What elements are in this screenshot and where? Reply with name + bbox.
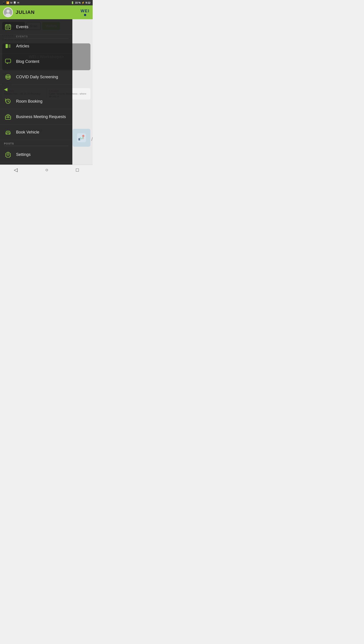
- navigation-drawer: Events EVENTS Articles: [0, 19, 72, 165]
- events-submenu-label: EVENTS: [0, 35, 72, 38]
- svg-rect-11: [6, 27, 7, 28]
- menu-label-settings: Settings: [16, 152, 30, 157]
- svg-rect-13: [6, 28, 7, 29]
- bottom-nav: ◁ ○ □: [0, 165, 93, 175]
- menu-item-covid[interactable]: COVID Daily Screening: [0, 69, 72, 85]
- car-icon: [4, 128, 12, 136]
- clock-refresh-icon: [4, 97, 12, 105]
- svg-rect-15: [9, 27, 10, 28]
- menu-label-blog-content: Blog Content: [16, 59, 39, 64]
- svg-point-32: [7, 154, 9, 155]
- divider-posts: [4, 146, 68, 146]
- collapse-arrow-area: ◀: [0, 85, 72, 94]
- svg-marker-21: [6, 63, 8, 64]
- map-thumbnail: [72, 129, 90, 147]
- mail-icon: ✉: [17, 1, 19, 4]
- recent-button[interactable]: □: [72, 165, 83, 175]
- menu-label-book-vehicle: Book Vehicle: [16, 130, 39, 135]
- menu-label-covid: COVID Daily Screening: [16, 75, 58, 79]
- dot-blue-1: [84, 14, 86, 16]
- articles-icon: [4, 42, 12, 50]
- wei-text: WEI: [80, 9, 90, 14]
- app-header: JULIAN WEI: [0, 5, 93, 19]
- svg-point-30: [9, 133, 10, 135]
- status-bar: 📱 📶 M 🦷 ✉ 🔋 15 % ⚡ 9:12: [0, 0, 93, 5]
- dot-green-1: [80, 14, 83, 16]
- svg-rect-14: [8, 28, 9, 29]
- menu-item-settings[interactable]: Settings: [0, 147, 72, 162]
- calendar-icon: [4, 23, 12, 31]
- status-right-info: 🔋 15 % ⚡ 9:12: [71, 1, 90, 4]
- covid-mask-icon: [4, 73, 12, 81]
- home-button[interactable]: ○: [41, 165, 53, 175]
- wei-logo: WEI: [80, 9, 90, 16]
- menu-label-room-booking: Room Booking: [16, 99, 42, 104]
- gmail-icon: M: [10, 1, 12, 4]
- menu-item-room-booking[interactable]: Room Booking: [0, 94, 72, 109]
- time-display: 9:12: [86, 1, 90, 4]
- main-content: Employees Scan Visitors EVENTS 3.30.2020…: [0, 19, 93, 165]
- sim-icon: 📱: [2, 1, 5, 4]
- left-arrow-icon[interactable]: ◀: [4, 87, 7, 92]
- svg-rect-12: [8, 27, 9, 28]
- menu-item-business-meeting[interactable]: Business Meeting Requests: [0, 109, 72, 125]
- wifi-icon: 📶: [6, 1, 10, 4]
- bluetooth-icon: 🦷: [13, 1, 16, 4]
- menu-label-articles: Articles: [16, 44, 29, 49]
- wei-dots: [80, 14, 90, 16]
- svg-rect-6: [78, 138, 80, 140]
- svg-rect-16: [6, 44, 8, 48]
- gear-icon: [4, 150, 12, 158]
- svg-rect-3: [77, 133, 86, 142]
- svg-point-1: [6, 10, 10, 13]
- user-name: JULIAN: [16, 10, 34, 15]
- menu-item-events[interactable]: Events: [0, 19, 72, 35]
- battery-icon: 🔋: [71, 1, 74, 4]
- briefcase-icon: [4, 113, 12, 121]
- battery-percent: 15 %: [75, 1, 80, 4]
- chat-icon: [4, 58, 12, 66]
- status-left-icons: 📱 📶 M 🦷 ✉: [2, 1, 19, 4]
- drawer-menu: Events EVENTS Articles: [0, 19, 72, 162]
- posts-drawer-label: POSTS: [0, 140, 72, 146]
- bg-diagonal-line: /: [91, 136, 93, 142]
- header-left: JULIAN: [3, 7, 34, 17]
- menu-item-articles[interactable]: Articles: [0, 39, 72, 54]
- map-icon: [77, 133, 86, 142]
- svg-rect-20: [5, 59, 11, 63]
- avatar-icon: [4, 8, 12, 17]
- svg-point-29: [6, 133, 7, 135]
- menu-label-business-meeting: Business Meeting Requests: [16, 114, 66, 119]
- menu-label-events: Events: [16, 25, 28, 29]
- dot-green-2: [87, 14, 90, 16]
- back-button[interactable]: ◁: [10, 165, 22, 175]
- menu-item-blog-content[interactable]: Blog Content: [0, 54, 72, 69]
- menu-item-book-vehicle[interactable]: Book Vehicle: [0, 125, 72, 140]
- charging-icon: ⚡: [82, 1, 85, 4]
- avatar[interactable]: [3, 7, 13, 17]
